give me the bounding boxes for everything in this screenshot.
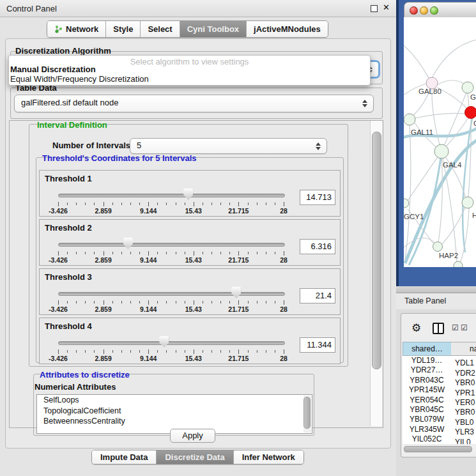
apply-button[interactable]: Apply (170, 429, 215, 443)
tab-discretize-data[interactable]: Discretize Data (157, 450, 233, 464)
network-node-green[interactable] (462, 82, 473, 93)
network-node-red[interactable] (465, 107, 476, 119)
threshold-label: Threshold 2 (45, 223, 92, 233)
slider-thumb[interactable] (159, 336, 169, 348)
slider-tick (194, 202, 194, 206)
network-edge (405, 125, 411, 260)
discretization-algorithm-label: Discretization Algorithm (14, 46, 112, 56)
slider-tick (130, 301, 131, 303)
slider-thumb[interactable] (123, 238, 133, 249)
slider-tick (76, 350, 77, 353)
slider-tick (166, 252, 167, 254)
table-row[interactable]: YPR145WYPR1 (403, 385, 476, 395)
tab-label: Impute Data (100, 452, 148, 462)
threshold-value-field[interactable]: 21.4 (300, 288, 335, 303)
table-data-combo[interactable]: galFiltered.sif default node (14, 95, 374, 112)
column-header-shared[interactable]: shared… (403, 342, 452, 356)
mac-minimize-icon[interactable] (420, 6, 428, 15)
gear-icon[interactable]: ⚙ (411, 321, 421, 334)
slider-tick (229, 203, 230, 205)
network-edge (404, 43, 429, 79)
algorithm-option-manual[interactable]: Manual Discretization (10, 65, 96, 74)
float-window-icon[interactable] (371, 5, 378, 12)
network-node-green[interactable] (433, 242, 443, 252)
attributes-scrollbar[interactable] (303, 395, 311, 433)
slider-tick-label: 15.43 (178, 207, 210, 215)
slider-tick (58, 251, 59, 256)
slider-tick (275, 252, 275, 254)
threshold-value-field[interactable]: 14.713 (300, 190, 335, 205)
cell-shared-name: YDR27… (403, 365, 451, 375)
tab-infer-network[interactable]: Infer Network (234, 450, 303, 464)
column-header-name[interactable]: na (451, 342, 476, 356)
table-row[interactable]: YBR045CYBR0 (403, 405, 476, 415)
table-row[interactable]: YLR345WYLR3 (403, 425, 476, 434)
threshold-value-field[interactable]: 6.316 (300, 239, 335, 254)
slider-thumb[interactable] (231, 287, 241, 298)
tab-impute-data[interactable]: Impute Data (92, 450, 157, 464)
split-columns-icon[interactable] (433, 323, 444, 334)
slider-tick (94, 203, 95, 205)
slider-track[interactable] (58, 194, 285, 197)
slider-tick (185, 301, 185, 303)
slider-tick (139, 350, 140, 353)
panel-separator[interactable] (396, 286, 476, 293)
slider-tick (76, 203, 77, 205)
slider-tick (229, 301, 230, 303)
tab-network[interactable]: Network (47, 21, 106, 37)
table-row[interactable]: YIL052CYIL0 (403, 434, 476, 444)
mac-zoom-icon[interactable] (430, 6, 438, 15)
network-edge (441, 93, 466, 151)
threshold-value-field[interactable]: 11.344 (300, 337, 335, 353)
slider-tick (194, 300, 194, 305)
table-panel-titlebar: Table Panel (396, 293, 476, 310)
table-row[interactable]: YDR27…YDR2 (403, 365, 476, 375)
attribute-item-selfloops[interactable]: SelfLoops (37, 395, 312, 406)
network-view-canvas[interactable]: GAL80GACGAL11GAL4GCY1HHAP2 (404, 17, 476, 267)
tab-jactivemnodules[interactable]: jActiveMNodules (247, 21, 328, 37)
algorithm-option-equal-width[interactable]: Equal Width/Frequency Discretization (10, 74, 149, 84)
tab-style[interactable]: Style (106, 21, 141, 37)
table-hscrollbar-thumb[interactable] (404, 446, 472, 452)
slider-track[interactable] (58, 243, 285, 247)
slider-tick (121, 252, 122, 254)
slider-thumb[interactable] (183, 188, 193, 200)
slider-tick (121, 301, 122, 303)
table-row[interactable]: YBR043CYBR0 (403, 376, 476, 385)
network-window-titlebar[interactable] (404, 2, 476, 19)
close-icon[interactable]: ✕ (383, 3, 390, 12)
attribute-item-betweennesscentrality[interactable]: BetweennessCentrality (37, 416, 312, 427)
network-node-green[interactable] (454, 261, 463, 267)
table-row[interactable]: YER054CYER0 (403, 395, 476, 405)
checkbox-icon[interactable]: ☑ (452, 323, 459, 332)
numerical-attributes-list[interactable]: SelfLoopsTopologicalCoefficientBetweenne… (36, 394, 312, 434)
slider-tick-label: 2.859 (88, 355, 119, 362)
slider-tick (220, 252, 221, 254)
table-row[interactable]: YBL079WYBL0 (403, 415, 476, 424)
table-row[interactable]: YDL19…YDL1 (403, 356, 476, 365)
slider-tick (104, 251, 104, 256)
slider-tick (238, 202, 239, 206)
slider-tick (185, 203, 185, 205)
table-hscrollbar[interactable] (403, 445, 475, 452)
algorithm-dropdown-popup: Select algorithm to view settings Manual… (8, 55, 371, 86)
slider-tick-label: 15.43 (178, 305, 210, 313)
mac-close-icon[interactable] (410, 6, 418, 15)
tab-cyni-toolbox[interactable]: Cyni Toolbox (180, 21, 247, 37)
network-node-green[interactable] (404, 114, 415, 125)
slider-track[interactable] (58, 341, 285, 345)
tab-label: Network (66, 24, 98, 34)
attribute-item-topologicalcoefficient[interactable]: TopologicalCoefficient (37, 406, 312, 417)
tab-select[interactable]: Select (141, 21, 180, 37)
settings-scrollbar-thumb[interactable] (372, 132, 381, 369)
slider-tick (157, 301, 158, 303)
number-of-intervals-combo[interactable]: 5 (130, 138, 327, 154)
slider-track[interactable] (58, 292, 285, 296)
cell-name: YIL0 (451, 438, 471, 444)
attributes-scrollbar-thumb[interactable] (303, 397, 311, 429)
slider-tick (238, 300, 239, 305)
network-node-green[interactable] (434, 144, 449, 158)
network-node-green[interactable] (462, 197, 473, 208)
slider-tick (121, 203, 122, 205)
checkbox-icon[interactable]: ☑ (461, 323, 468, 332)
